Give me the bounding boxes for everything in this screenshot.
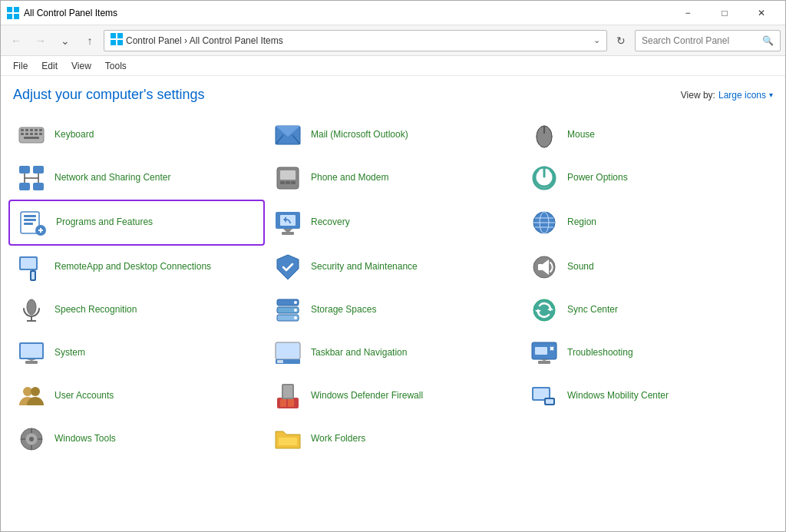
svg-rect-27 — [19, 166, 30, 173]
menu-file[interactable]: File — [7, 59, 34, 73]
menu-edit[interactable]: Edit — [35, 59, 64, 73]
cp-item-label-mouse: Mouse — [567, 129, 595, 141]
cp-item-label-remoteapp: RemoteApp and Desktop Connections — [54, 261, 211, 273]
minimize-button[interactable]: − — [670, 1, 705, 25]
cp-item-troubleshoot[interactable]: Troubleshooting — [521, 332, 778, 375]
cp-item-taskbar[interactable]: Taskbar and Navigation — [265, 332, 521, 375]
svg-point-73 — [294, 316, 297, 319]
sync-icon — [529, 295, 560, 325]
items-grid: KeyboardMail (Microsoft Outlook)MouseNet… — [8, 114, 778, 461]
cp-item-power[interactable]: Power Options — [521, 157, 778, 200]
cp-item-mouse[interactable]: Mouse — [521, 114, 778, 157]
svg-point-103 — [29, 437, 34, 441]
content-header: Adjust your computer's settings View by:… — [1, 76, 785, 111]
cp-item-remoteapp[interactable]: RemoteApp and Desktop Connections — [8, 246, 265, 289]
address-chevron: ⌄ — [593, 35, 600, 45]
cp-item-region[interactable]: Region — [521, 200, 778, 246]
cp-item-system[interactable]: System — [8, 332, 265, 375]
svg-rect-2 — [7, 14, 12, 19]
cp-item-label-storage: Storage Spaces — [311, 304, 376, 316]
close-button[interactable]: ✕ — [744, 1, 779, 25]
cp-item-storage[interactable]: Storage Spaces — [265, 289, 521, 332]
back-button[interactable]: ← — [5, 30, 27, 51]
svg-rect-100 — [546, 399, 553, 404]
svg-rect-11 — [30, 129, 33, 131]
svg-rect-37 — [286, 181, 290, 184]
svg-point-91 — [31, 387, 40, 396]
maximize-button[interactable]: □ — [707, 1, 742, 25]
svg-rect-78 — [21, 344, 42, 358]
cp-item-label-troubleshoot: Troubleshooting — [567, 347, 633, 359]
cp-item-label-defender: Windows Defender Firewall — [311, 390, 423, 402]
menu-view[interactable]: View — [65, 59, 97, 73]
cp-item-recovery[interactable]: Recovery — [265, 200, 521, 246]
search-bar[interactable]: 🔍 — [635, 30, 781, 51]
svg-rect-15 — [25, 133, 28, 135]
address-bar[interactable]: Control Panel › All Control Panel Items … — [104, 30, 607, 51]
svg-rect-58 — [21, 258, 36, 269]
cp-item-label-phone-modem: Phone and Modem — [311, 172, 388, 184]
menu-tools[interactable]: Tools — [99, 59, 133, 73]
cp-item-workfolders[interactable]: Work Folders — [265, 418, 521, 461]
menu-bar: File Edit View Tools — [1, 56, 785, 76]
svg-rect-0 — [7, 7, 12, 12]
svg-marker-61 — [277, 255, 299, 279]
svg-point-72 — [294, 309, 297, 312]
cp-item-label-network: Network and Sharing Center — [54, 172, 170, 184]
tools-icon — [16, 424, 47, 454]
cp-item-label-system: System — [54, 347, 85, 359]
cp-item-label-programs: Programs and Features — [56, 216, 153, 229]
svg-point-65 — [27, 299, 36, 315]
svg-rect-93 — [280, 399, 286, 407]
up-button[interactable]: ↑ — [79, 30, 101, 51]
cp-item-programs[interactable]: Programs and Features — [8, 200, 265, 246]
remoteapp-icon — [16, 252, 47, 283]
cp-item-sound[interactable]: Sound — [521, 246, 778, 289]
svg-rect-44 — [24, 223, 33, 225]
svg-rect-7 — [117, 40, 123, 45]
cp-item-label-recovery: Recovery — [311, 216, 350, 229]
cp-item-label-region: Region — [567, 216, 596, 229]
refresh-button[interactable]: ↻ — [610, 30, 632, 51]
main-content: Adjust your computer's settings View by:… — [1, 76, 785, 531]
view-by-value[interactable]: Large icons — [718, 90, 766, 101]
cp-item-defender[interactable]: Windows Defender Firewall — [265, 375, 521, 418]
svg-rect-80 — [25, 361, 38, 364]
svg-rect-14 — [21, 133, 24, 135]
forward-button[interactable]: → — [30, 30, 51, 51]
window: All Control Panel Items − □ ✕ ← → ⌄ ↑ Co… — [0, 0, 786, 532]
search-input[interactable] — [642, 35, 759, 46]
troubleshoot-icon — [529, 338, 560, 368]
storage-icon — [272, 295, 303, 325]
region-icon — [529, 207, 560, 238]
cp-item-label-workfolders: Work Folders — [311, 433, 365, 445]
cp-item-label-mail: Mail (Microsoft Outlook) — [311, 129, 408, 141]
recent-locations-button[interactable]: ⌄ — [54, 30, 76, 51]
cp-item-keyboard[interactable]: Keyboard — [8, 114, 265, 157]
page-title: Adjust your computer's settings — [13, 87, 205, 103]
phone-modem-icon — [272, 163, 303, 193]
svg-rect-5 — [117, 33, 123, 38]
svg-rect-29 — [19, 183, 30, 190]
cp-item-network[interactable]: Network and Sharing Center — [8, 157, 265, 200]
speech-icon — [16, 295, 47, 325]
svg-rect-30 — [33, 183, 44, 190]
cp-item-sync[interactable]: Sync Center — [521, 289, 778, 332]
cp-item-speech[interactable]: Speech Recognition — [8, 289, 265, 332]
defender-icon — [272, 381, 303, 411]
cp-item-phone-modem[interactable]: Phone and Modem — [265, 157, 521, 200]
svg-rect-85 — [535, 347, 547, 355]
network-icon — [16, 163, 47, 193]
svg-rect-83 — [277, 360, 283, 363]
keyboard-icon — [16, 120, 47, 150]
cp-item-accounts[interactable]: User Accounts — [8, 375, 265, 418]
svg-rect-18 — [39, 133, 42, 135]
svg-rect-108 — [279, 438, 297, 445]
svg-rect-60 — [31, 272, 35, 279]
cp-item-tools[interactable]: Windows Tools — [8, 418, 265, 461]
svg-rect-35 — [280, 170, 296, 180]
cp-item-label-mobility: Windows Mobility Center — [567, 390, 669, 402]
cp-item-mobility[interactable]: Windows Mobility Center — [521, 375, 778, 418]
cp-item-security[interactable]: Security and Maintenance — [265, 246, 521, 289]
cp-item-mail[interactable]: Mail (Microsoft Outlook) — [265, 114, 521, 157]
